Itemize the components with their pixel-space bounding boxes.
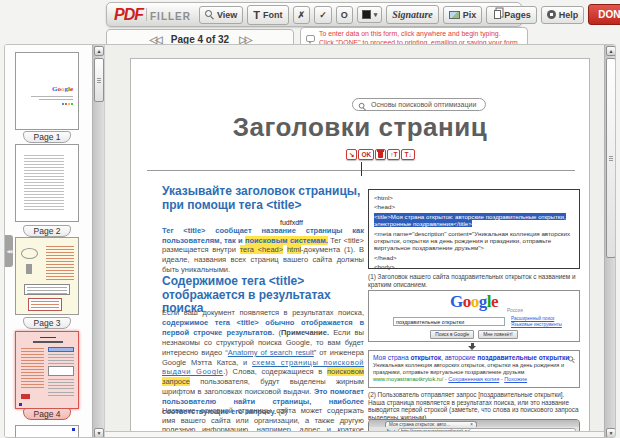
check-annotation-button[interactable]: ✓ bbox=[314, 6, 332, 24]
logo-divider bbox=[146, 8, 147, 21]
signature-button[interactable]: Signature bbox=[386, 5, 439, 24]
speech-bubble-icon bbox=[306, 35, 315, 42]
thumbnail-page-4-active[interactable] bbox=[15, 331, 79, 409]
thumbnail-page-1[interactable]: Google bbox=[15, 52, 79, 130]
page-4-label[interactable]: Page 4 bbox=[23, 408, 71, 420]
move-cursor-button[interactable]: ↘ bbox=[346, 149, 357, 160]
scroll-up-button[interactable]: ▲ bbox=[606, 46, 616, 56]
color-swatch bbox=[362, 10, 371, 19]
text-run: .) Слова, содержащиеся в bbox=[223, 367, 327, 376]
thumb-blue-mark bbox=[19, 403, 22, 406]
thumbnail-page-5[interactable] bbox=[15, 425, 79, 438]
down-arrow-icon bbox=[468, 343, 477, 350]
thumb-dots bbox=[62, 103, 73, 105]
google-logo: Google bbox=[369, 292, 579, 312]
search-result-title: Моя страна открыток, авторские поздравит… bbox=[373, 354, 575, 361]
page-3-label[interactable]: Page 3 bbox=[23, 317, 71, 329]
sidebar-collapse-handle[interactable]: ◀◀ bbox=[5, 235, 13, 267]
thumb-line bbox=[31, 96, 73, 97]
thumb-bubble-sketch bbox=[21, 248, 38, 259]
color-picker-button[interactable]: ▾ bbox=[357, 6, 383, 23]
code-line: <html> bbox=[374, 194, 574, 201]
google-region-label: Россия bbox=[507, 308, 523, 313]
thumb-text-block bbox=[48, 392, 74, 398]
browser-tab: Моя страна открыток: авто... × bbox=[385, 421, 477, 427]
pix-button[interactable]: Pix bbox=[443, 6, 483, 24]
thumb-text-block bbox=[48, 379, 74, 389]
google-buttons: Поиск в Google Мне повезёт! bbox=[369, 330, 579, 339]
page-1-label[interactable]: Page 1 bbox=[23, 131, 71, 143]
ok-button[interactable]: OK bbox=[358, 149, 374, 160]
scroll-down-button[interactable]: ▼ bbox=[94, 428, 104, 438]
delete-button[interactable] bbox=[375, 149, 386, 160]
magnifier-icon bbox=[568, 356, 574, 362]
logo-filler-text: FILLER bbox=[150, 11, 191, 22]
picture-icon bbox=[449, 11, 460, 19]
search-result-snippet: Уникальная коллекция авторских открыток,… bbox=[373, 362, 575, 375]
thumb-colored-lines bbox=[46, 246, 74, 280]
magnifier-icon bbox=[359, 103, 366, 110]
dot bbox=[68, 103, 70, 105]
previous-page-button[interactable]: ◁◁ bbox=[149, 34, 160, 45]
thumb-badge-line bbox=[40, 337, 56, 338]
view-button-label: View bbox=[217, 10, 237, 20]
cross-annotation-button[interactable]: ✗ bbox=[293, 6, 311, 24]
dot bbox=[71, 103, 73, 105]
done-button[interactable]: DONE bbox=[588, 4, 620, 25]
document-area[interactable]: Основы поисковой оптимизации Заголовки с… bbox=[105, 45, 604, 431]
pages-button[interactable]: Pages bbox=[486, 6, 537, 24]
html-code-box: <html> <head> <title>Моя страна открыток… bbox=[368, 189, 580, 269]
thumbnail-page-2[interactable] bbox=[15, 144, 79, 222]
bottom-strip bbox=[105, 431, 604, 438]
google-search-button: Поиск в Google bbox=[430, 330, 474, 339]
text-run: Моя страна bbox=[373, 354, 410, 361]
result-url: www.moyastranaotkrytok.ru/ bbox=[373, 376, 443, 382]
check-icon: ✓ bbox=[319, 10, 327, 20]
font-button[interactable]: T Font bbox=[247, 5, 288, 25]
search-result-screenshot: Моя страна открыток, авторские поздравит… bbox=[368, 350, 580, 388]
next-page-button[interactable]: ▷▷ bbox=[239, 34, 250, 45]
cached-link: Сохраненная копия bbox=[448, 376, 499, 382]
dot bbox=[62, 103, 64, 105]
help-button[interactable]: Help bbox=[541, 6, 585, 24]
thumb-selection-box bbox=[48, 347, 74, 352]
thumbnail-sidebar: Google Page 1 Page 2 Pa bbox=[5, 45, 105, 438]
font-increase-button[interactable]: ↑T bbox=[387, 149, 400, 160]
google-side-links: Расширенный поиск Языковые инструменты bbox=[511, 316, 562, 327]
typed-text[interactable]: fudfxdff bbox=[280, 219, 303, 226]
signature-button-label: Signature bbox=[392, 9, 433, 20]
thumb-text-block bbox=[48, 354, 74, 364]
document-page[interactable]: Основы поисковой оптимизации Заголовки с… bbox=[130, 58, 590, 432]
circle-icon: O bbox=[341, 10, 348, 20]
code-selected-title: <title>Моя страна открыток: авторские по… bbox=[374, 213, 574, 228]
highlighted-text: поисковым системам. bbox=[245, 236, 328, 245]
scrollbar-thumb[interactable] bbox=[606, 58, 616, 258]
scrollbar-thumb[interactable] bbox=[94, 58, 104, 102]
content-frame: Google Page 1 Page 2 Pa bbox=[4, 44, 616, 438]
help-icon bbox=[547, 10, 556, 19]
scroll-up-button[interactable]: ▲ bbox=[94, 46, 104, 56]
thumb-title-line bbox=[33, 341, 63, 343]
chevron-down-icon: ▾ bbox=[374, 11, 378, 19]
seo-basics-badge: Основы поисковой оптимизации bbox=[352, 98, 486, 111]
main-scrollbar[interactable]: ▲ ▼ bbox=[604, 45, 616, 438]
selected-code: <title>Моя страна открыток: авторские по… bbox=[374, 213, 566, 227]
language-tools-link: Языковые инструменты bbox=[511, 322, 562, 328]
sidebar-scrollbar[interactable]: ▲ ▼ bbox=[92, 45, 104, 438]
thumbnail-page-3[interactable] bbox=[15, 237, 79, 315]
pdffiller-logo: PDF FILLER bbox=[114, 6, 191, 24]
thumb-left-column bbox=[21, 348, 44, 390]
view-button[interactable]: View bbox=[199, 6, 243, 24]
browser-tab-row: Моя страна открыток: авто... × bbox=[369, 420, 579, 427]
font-decrease-button[interactable]: T↓ bbox=[401, 149, 414, 160]
scroll-down-button[interactable]: ▼ bbox=[606, 428, 616, 438]
heading-title-tag: Указывайте заголовок страницы, при помощ… bbox=[162, 185, 364, 212]
thumb-colored-lines bbox=[31, 301, 59, 310]
circle-annotation-button[interactable]: O bbox=[336, 6, 353, 24]
page-2-label[interactable]: Page 2 bbox=[23, 225, 71, 237]
paragraph-2: Если ваш документ появляется в результат… bbox=[162, 308, 364, 417]
text-cursor bbox=[361, 162, 362, 176]
code-line: <body> bbox=[374, 263, 574, 270]
search-result-url-line: www.moyastranaotkrytok.ru/ - Сохраненная… bbox=[373, 376, 575, 382]
google-search-input: поздравительные открытки bbox=[393, 317, 505, 326]
